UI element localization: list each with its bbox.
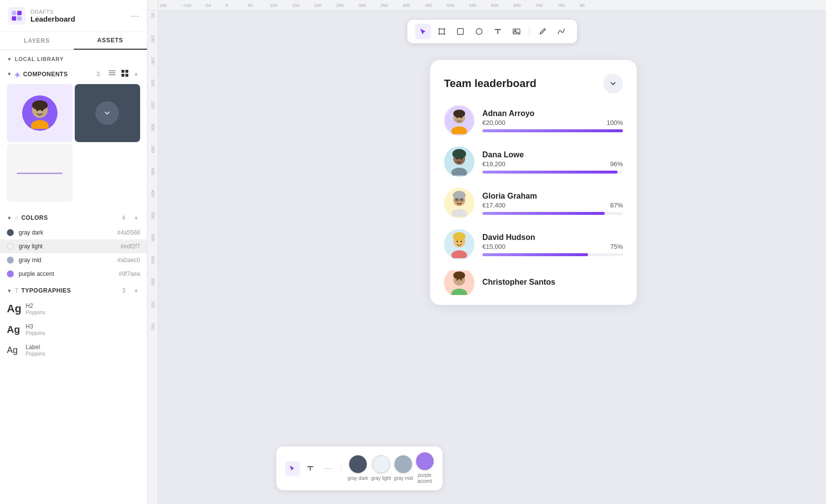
person-pct-adnan: 100%	[607, 119, 623, 126]
svg-point-32	[453, 110, 465, 118]
leaderboard-item-1: Adnan Arroyo €20,000 100%	[444, 105, 623, 136]
tab-assets[interactable]: ASSETS	[74, 32, 148, 50]
person-info-dana: Dana Lowe €19,200 96%	[482, 150, 623, 174]
component-button[interactable]	[75, 84, 141, 142]
typo-title: TYPOGRAPHIES	[21, 287, 119, 294]
local-library-chevron: ▼	[7, 57, 12, 62]
ruler-mark: 100	[269, 3, 291, 8]
svg-point-59	[453, 271, 465, 279]
tool-rect[interactable]	[453, 24, 469, 39]
typo-details-h3: H3 Poppins	[26, 323, 45, 336]
palette-color-gray-dark[interactable]: gray dark	[348, 455, 368, 481]
palette-select-btn[interactable]	[285, 461, 300, 476]
tab-layers[interactable]: LAYERS	[0, 32, 74, 50]
typo-preview-label: Ag	[7, 345, 21, 356]
color-gray-light[interactable]: gray light #edf2f7	[0, 239, 147, 253]
svg-point-35	[461, 117, 462, 119]
person-name-gloria: Gloria Graham	[482, 192, 623, 201]
ruler-top: 150 −100 −50 0 50 100 150 200 250 300 35…	[148, 0, 826, 11]
local-library-header[interactable]: ▼ LOCAL LIBRARY	[0, 50, 147, 66]
ruler-mark: 550	[468, 3, 490, 8]
typographies-header: ▼ T TYPOGRAPHIES 3 +	[0, 283, 147, 298]
typo-details-label: Label Poppins	[26, 344, 45, 356]
ruler-left-mark: 200	[150, 78, 155, 100]
tool-pen[interactable]	[535, 24, 551, 39]
svg-point-47	[461, 199, 463, 201]
app-menu-button[interactable]: ⋯	[130, 10, 139, 21]
ruler-left-mark: 50	[150, 12, 155, 34]
progress-bg-dana	[482, 171, 623, 174]
ruler-mark: 500	[446, 3, 468, 8]
typographies-section: ▼ T TYPOGRAPHIES 3 + Ag H2 Poppins Ag H3…	[0, 283, 147, 360]
svg-point-13	[32, 100, 48, 110]
palette-circle-gray-dark	[349, 455, 367, 473]
ruler-left-mark: 650	[150, 277, 155, 299]
color-gray-dark[interactable]: gray dark #4a5568	[0, 226, 147, 239]
ruler-mark: 150	[158, 3, 180, 8]
color-gray-mid[interactable]: gray mid #a0aec0	[0, 253, 147, 267]
palette-color-gray-light[interactable]: gray light	[371, 455, 391, 481]
ruler-mark: 300	[357, 3, 380, 8]
person-meta-adnan: €20,000 100%	[482, 119, 623, 126]
palette-label-purple-accent: purpleaccent	[417, 473, 432, 484]
person-amount-adnan: €20,000	[482, 119, 505, 126]
component-progress[interactable]	[7, 144, 73, 202]
ruler-left-mark: 250	[150, 100, 155, 122]
typo-label[interactable]: Ag Label Poppins	[0, 340, 147, 360]
palette-more-btn[interactable]: ⋯	[321, 461, 335, 476]
tool-select[interactable]	[415, 24, 431, 39]
tool-path[interactable]	[554, 24, 569, 39]
svg-rect-2	[12, 16, 16, 21]
tabs-row: LAYERS ASSETS	[0, 32, 147, 50]
avatar-gloria	[444, 188, 474, 218]
svg-rect-0	[12, 11, 16, 15]
svg-point-44	[453, 191, 466, 200]
tool-text[interactable]	[490, 24, 506, 39]
color-hex-gray-dark: #4a5568	[117, 229, 140, 236]
color-purple-accent[interactable]: purple accent #9f7aea	[0, 267, 147, 281]
typo-h2[interactable]: Ag H2 Poppins	[0, 298, 147, 319]
tool-ellipse[interactable]	[472, 24, 487, 39]
progress-preview-line	[17, 173, 62, 174]
app-title-group: DRAFTS Leaderboard	[30, 9, 75, 23]
typo-details-h2: H2 Poppins	[26, 302, 45, 315]
ruler-mark: 50	[247, 3, 269, 8]
palette-color-purple-accent[interactable]: purpleaccent	[416, 452, 434, 484]
leaderboard-card: Team leaderboard	[430, 60, 637, 305]
svg-point-61	[457, 279, 458, 281]
components-header: ▼ ◈ COMPONENTS 3	[0, 66, 147, 82]
color-swatch-gray-dark	[7, 229, 14, 236]
ruler-left-mark: 350	[150, 145, 155, 167]
palette-label-gray-light: gray light	[371, 475, 391, 481]
ruler-mark: −50	[203, 3, 225, 8]
components-list-view[interactable]	[107, 69, 118, 79]
palette-text-btn[interactable]	[303, 461, 318, 476]
ruler-left-mark: 450	[150, 189, 155, 211]
app-name: Leaderboard	[30, 15, 75, 23]
color-swatch-purple-accent	[7, 270, 14, 277]
svg-point-38	[452, 149, 466, 159]
progress-fill-adnan	[482, 129, 623, 132]
tool-image[interactable]	[509, 24, 525, 39]
avatar-david	[444, 229, 474, 260]
tool-frame[interactable]	[434, 24, 450, 39]
ruler-left-mark: 700	[150, 299, 155, 322]
person-amount-dana: €19,200	[482, 160, 505, 168]
typo-add[interactable]: +	[132, 286, 140, 296]
person-name-david: David Hudson	[482, 233, 623, 242]
typo-icon: T	[15, 287, 18, 294]
components-grid-view[interactable]	[119, 69, 130, 79]
component-avatar[interactable]	[7, 84, 73, 142]
colors-add[interactable]: +	[132, 213, 140, 223]
typo-h3[interactable]: Ag H3 Poppins	[0, 319, 147, 340]
components-add[interactable]: +	[132, 69, 140, 79]
palette-color-gray-mid[interactable]: gray mid	[394, 455, 413, 481]
ruler-left-mark: 300	[150, 122, 155, 145]
card-chevron-button[interactable]	[603, 74, 623, 93]
local-library-label: LOCAL LIBRARY	[15, 56, 64, 62]
palette-divider	[341, 461, 342, 476]
svg-point-55	[457, 241, 458, 242]
ruler-mark: 0	[225, 3, 247, 8]
colors-title: COLORS	[21, 214, 119, 221]
person-meta-dana: €19,200 96%	[482, 160, 623, 168]
